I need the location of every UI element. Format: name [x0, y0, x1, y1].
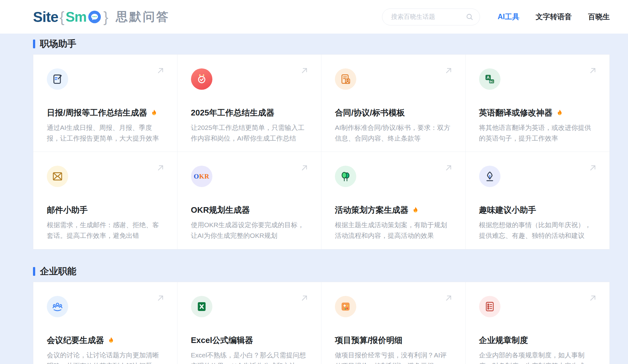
section-accent-bar: [33, 40, 35, 48]
section-header: 职场助手: [33, 38, 610, 50]
calendar-check-icon: [191, 68, 212, 90]
mail-icon: [47, 166, 68, 187]
card-title-row: 英语翻译或修改神器: [479, 107, 597, 118]
arrow-up-right-icon: [156, 163, 165, 173]
section-accent-bar: [33, 267, 35, 276]
page: Site { Sm } 思默问答 AI工具文字转语音百晓生: [0, 0, 628, 364]
tool-card[interactable]: Excel公式编辑器 Excel不熟练，是小白？那么只需提问想实现的效果，AI会…: [177, 282, 322, 364]
card-title-row: 企业规章制度: [479, 335, 597, 346]
arrow-up-right-icon: [444, 163, 453, 173]
arrow-up-right-icon: [300, 66, 309, 75]
card-description: AI制作标准合同/协议/标书，要求：双方信息、合同内容、终止条款等: [335, 122, 453, 144]
arrow-up-right-icon: [588, 163, 598, 173]
pen-nib-icon: [479, 166, 500, 187]
logo-site-text: Site: [33, 8, 58, 25]
main-nav: AI工具文字转语音百晓生: [498, 12, 610, 22]
card-title: OKR规划生成器: [191, 205, 250, 216]
meeting-people-icon: [47, 296, 68, 317]
card-description: 根据您想做的事情（比如周年庆祝），提供难忘、有趣、独特的活动和建议: [479, 220, 597, 241]
section-title: 职场助手: [40, 38, 76, 50]
card-title: 项目预算/报价明细: [335, 335, 402, 346]
tool-card[interactable]: 项目预算/报价明细 做项目报价经常亏损，没有利润？AI评估项目报价，控制利润，避…: [321, 282, 466, 364]
tool-card[interactable]: 日报/周报等工作总结生成器 通过AI生成日报、周报、月报、季度报，让工作报告更简…: [33, 55, 177, 152]
card-description: 做项目报价经常亏损，没有利润？AI评估项目报价，控制利润，避免亏损: [335, 350, 453, 364]
card-title-row: 会议纪要生成器: [47, 335, 165, 346]
nav-item-0[interactable]: AI工具: [498, 12, 519, 22]
arrow-up-right-icon: [156, 293, 165, 303]
okr-text-icon: OKR: [191, 166, 212, 187]
section-header: 企业职能: [33, 265, 610, 278]
tool-card[interactable]: 合同/协议/标书模板 AI制作标准合同/协议/标书，要求：双方信息、合同内容、终…: [321, 55, 466, 152]
nav-item-1[interactable]: 文字转语音: [536, 12, 572, 22]
card-description: 将其他语言翻译为英语，或改进你提供的英语句子，提升工作效率: [479, 122, 597, 144]
excel-icon: [191, 296, 212, 317]
tool-grid: 日报/周报等工作总结生成器 通过AI生成日报、周报、月报、季度报，让工作报告更简…: [33, 54, 610, 249]
card-title: 合同/协议/标书模板: [335, 107, 405, 118]
arrow-up-right-icon: [300, 163, 309, 173]
card-title: 企业规章制度: [479, 335, 528, 346]
card-title: 会议纪要生成器: [47, 335, 104, 346]
logo-mid-text: Sm: [66, 9, 86, 25]
card-title: 活动策划方案生成器: [335, 205, 408, 216]
fire-icon: [556, 109, 564, 117]
tool-card[interactable]: 2025年工作总结生成器 让2025年工作总结更简单，只需输入工作内容和岗位，A…: [177, 55, 322, 152]
card-title: Excel公式编辑器: [191, 335, 253, 346]
card-title: 邮件小助手: [47, 205, 88, 216]
search-icon[interactable]: [466, 13, 474, 21]
card-title-row: 活动策划方案生成器: [335, 205, 453, 216]
card-title-row: 项目预算/报价明细: [335, 335, 453, 346]
logo-brace-close: }: [103, 8, 108, 25]
card-title-row: 2025年工作总结生成器: [191, 107, 309, 118]
card-title-row: 日报/周报等工作总结生成器: [47, 107, 165, 118]
card-title-row: Excel公式编辑器: [191, 335, 309, 346]
project-board-icon: [335, 296, 356, 317]
card-title-row: 邮件小助手: [47, 205, 165, 216]
card-title: 日报/周报等工作总结生成器: [47, 107, 147, 118]
card-description: 根据主题生成活动策划案，有助于规划活动流程和内容，提高活动的效果: [335, 220, 453, 241]
card-description: Excel不熟练，是小白？那么只需提问想实现的效果，AI会告诉你公式和方法: [191, 350, 309, 364]
section: 职场助手 日报/周报等工作总结生成器 通过AI生成日报、周报、月报、季度报，让工…: [33, 38, 610, 249]
tool-card[interactable]: 企业规章制度 企业内部的各项规章制度，如人事制度、财务制度、生产制度等内容生成: [466, 282, 610, 364]
fire-icon: [412, 206, 420, 214]
section: 企业职能 会议纪要生成器 会议的讨论，让讨论话题方向更加清晰明确，从而有效的落实…: [33, 265, 610, 364]
svg-text:A: A: [487, 75, 490, 80]
card-title: 趣味建议小助手: [479, 205, 536, 216]
arrow-up-right-icon: [156, 66, 165, 75]
tool-card[interactable]: 会议纪要生成器 会议的讨论，让讨论话题方向更加清晰明确，从而有效的落实到人解决问…: [33, 282, 177, 364]
chat-bubble-icon: [88, 10, 101, 24]
card-title-row: 趣味建议小助手: [479, 205, 597, 216]
main-content: 职场助手 日报/周报等工作总结生成器 通过AI生成日报、周报、月报、季度报，让工…: [33, 34, 610, 364]
arrow-up-right-icon: [588, 66, 598, 75]
arrow-up-right-icon: [300, 293, 309, 303]
translate-icon: ABC: [479, 68, 500, 90]
site-logo[interactable]: Site { Sm } 思默问答: [33, 8, 170, 25]
tool-card[interactable]: OKR OKR规划生成器 使用OKR生成器设定你要完成的目标，让AI为你生成完整…: [177, 152, 322, 249]
logo-brace-open: {: [59, 8, 64, 25]
rules-checklist-icon: [479, 296, 500, 317]
fire-icon: [107, 336, 115, 345]
header-right: AI工具文字转语音百晓生: [382, 8, 610, 25]
logo-cn-text: 思默问答: [116, 9, 170, 25]
card-description: 通过AI生成日报、周报、月报、季度报，让工作报告更简单，大大提升效率: [47, 122, 165, 144]
card-title: 2025年工作总结生成器: [191, 107, 275, 118]
card-title: 英语翻译或修改神器: [479, 107, 553, 118]
section-title: 企业职能: [40, 265, 76, 278]
tool-card[interactable]: 邮件小助手 根据需求，生成邮件：感谢、拒绝、客套话。提高工作效率，避免出错: [33, 152, 177, 249]
card-title-row: 合同/协议/标书模板: [335, 107, 453, 118]
card-description: 让2025年工作总结更简单，只需输入工作内容和岗位，AI帮你生成工作总结: [191, 122, 309, 144]
card-description: 使用OKR生成器设定你要完成的目标，让AI为你生成完整的OKR规划: [191, 220, 309, 241]
search-box[interactable]: [382, 8, 480, 25]
tool-grid: 会议纪要生成器 会议的讨论，让讨论话题方向更加清晰明确，从而有效的落实到人解决问…: [33, 282, 610, 364]
report-edit-icon: [47, 68, 68, 90]
card-title-row: OKR规划生成器: [191, 205, 309, 216]
arrow-up-right-icon: [444, 66, 453, 75]
tool-card[interactable]: 趣味建议小助手 根据您想做的事情（比如周年庆祝），提供难忘、有趣、独特的活动和建…: [466, 152, 610, 249]
contract-person-icon: [335, 68, 356, 90]
arrow-up-right-icon: [588, 293, 598, 303]
header: Site { Sm } 思默问答 AI工具文字转语音百晓生: [0, 0, 628, 34]
svg-text:BC: BC: [489, 80, 494, 83]
nav-item-2[interactable]: 百晓生: [588, 12, 610, 22]
tool-card[interactable]: 活动策划方案生成器 根据主题生成活动策划案，有助于规划活动流程和内容，提高活动的…: [321, 152, 466, 249]
card-description: 会议的讨论，让讨论话题方向更加清晰明确，从而有效的落实到人解决问题: [47, 350, 165, 364]
tool-card[interactable]: ABC 英语翻译或修改神器 将其他语言翻译为英语，或改进你提供的英语句子，提升工…: [466, 55, 610, 152]
